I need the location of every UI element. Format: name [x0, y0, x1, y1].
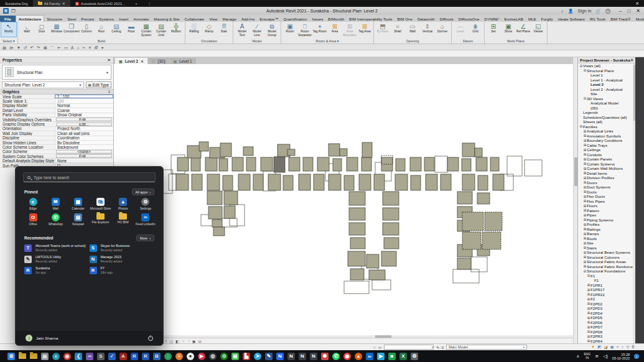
- tool-model-group[interactable]: ⧉Model Group: [264, 22, 279, 37]
- foundation-footing[interactable]: [261, 157, 273, 171]
- tree-item-cable-trays[interactable]: ⊞Cable Trays: [578, 143, 633, 148]
- foundation-footing[interactable]: [410, 157, 421, 171]
- tool-wall[interactable]: ▭Wall: [405, 22, 420, 37]
- writer-app-icon[interactable]: ✎: [265, 353, 273, 360]
- tree-item-level-2[interactable]: Level 2: [578, 82, 633, 87]
- tool-modify[interactable]: ⭦Modify: [1, 22, 16, 37]
- property-value[interactable]: Normal: [55, 104, 113, 108]
- foundation-footing[interactable]: [348, 251, 365, 266]
- foundation-footing[interactable]: [384, 238, 399, 249]
- tray-chevron-icon[interactable]: ∧: [576, 354, 579, 359]
- pinned-app-calendar[interactable]: ▦Calendar: [67, 198, 89, 211]
- ribbon-tab-collaborate[interactable]: Collaborate: [182, 16, 207, 22]
- foundation-footing[interactable]: [490, 157, 499, 171]
- select-links-icon[interactable]: ◩: [597, 345, 601, 350]
- graphics-section-header[interactable]: Graphics ⇕: [0, 89, 113, 95]
- tree-item-duct-systems[interactable]: ⊞Duct Systems: [578, 185, 633, 190]
- foundation-footing[interactable]: [289, 157, 300, 171]
- foundation-footing[interactable]: [223, 175, 233, 190]
- foundation-footing[interactable]: [362, 157, 371, 171]
- foundation-footing[interactable]: [219, 159, 228, 171]
- recommended-item-manage-2023[interactable]: NManage 2023Recently added: [90, 255, 155, 263]
- autocad-icon[interactable]: A: [119, 353, 127, 360]
- tool-model-line[interactable]: ∕Model Line: [250, 22, 264, 37]
- tree-item-f1pr17[interactable]: ⊞F1PR17: [578, 287, 633, 292]
- ribbon-tab-rg-tools[interactable]: RG Tools: [587, 16, 608, 22]
- vertical-scrollbar[interactable]: [573, 64, 577, 343]
- language-indicator[interactable]: ENGIN: [584, 353, 590, 360]
- foundation-footing[interactable]: [317, 157, 329, 171]
- search-icon[interactable]: ⌕: [561, 9, 564, 14]
- tree-item-railings[interactable]: ⊞Railings: [578, 227, 633, 232]
- tool-roof[interactable]: ⌂Roof: [94, 22, 109, 37]
- foundation-footing[interactable]: [177, 157, 189, 171]
- tool-wall[interactable]: ◟Wall: [19, 22, 34, 37]
- tree-item-site[interactable]: ⊞Site: [578, 241, 633, 246]
- foundation-footing[interactable]: [246, 157, 256, 171]
- redo-icon[interactable]: ↷: [37, 45, 40, 50]
- folder-projects-icon[interactable]: [30, 353, 37, 359]
- property-value[interactable]: Edit...: [56, 154, 112, 158]
- tool-column[interactable]: ▯Column: [79, 22, 94, 37]
- foundation-footing[interactable]: [199, 142, 208, 151]
- tree-item-roofs[interactable]: ⊞Roofs: [578, 236, 633, 241]
- foundation-footing[interactable]: [207, 174, 220, 190]
- pinned-app-photos[interactable]: ▲Photos: [112, 198, 134, 211]
- chevron-down-icon[interactable]: ▾: [106, 70, 108, 75]
- ribbon-tab-massing-site[interactable]: Massing & Site: [151, 16, 182, 22]
- foundation-footing[interactable]: [176, 174, 189, 190]
- tree-item-annotation-symbols[interactable]: ⊞Annotation Symbols: [578, 134, 633, 139]
- wifi-icon[interactable]: ≋: [595, 354, 599, 359]
- thin-lines-icon[interactable]: ≡: [89, 45, 91, 50]
- tree-item-structural-fabric-reinforcemen[interactable]: ⊞Structural Fabric Reinforcemen: [578, 264, 633, 269]
- minimize-button[interactable]: ‒: [619, 8, 622, 14]
- recommended-item-microsoft-teams-work-or-school[interactable]: TMicrosoft Teams (work or school)Recentl…: [24, 244, 90, 252]
- ribbon-tab-steel[interactable]: Steel: [65, 16, 78, 22]
- ribbon-tab-issues[interactable]: Issues: [309, 16, 325, 22]
- green-square-app-icon[interactable]: ■: [388, 353, 396, 360]
- tool-railing[interactable]: 𝄛Railing: [187, 22, 202, 37]
- tree-item-flex-pipes[interactable]: ⊞Flex Pipes: [578, 199, 633, 204]
- foundation-footing[interactable]: [340, 149, 347, 156]
- foundation-footing[interactable]: [232, 157, 243, 171]
- tree-item-pattern[interactable]: ⊞Pattern: [578, 208, 633, 213]
- tree-item-f2pd2[interactable]: ⊞F2PD2: [578, 302, 633, 307]
- tool-vertical[interactable]: ⇕Vertical: [420, 22, 435, 37]
- foundation-footing[interactable]: [426, 174, 437, 190]
- foundation-footing[interactable]: [383, 223, 399, 235]
- print-icon[interactable]: 🖶: [43, 45, 47, 50]
- foundation-footing[interactable]: [224, 206, 235, 218]
- ribbon-tab-view[interactable]: View: [207, 16, 220, 22]
- stencil-app-icon[interactable]: S: [97, 353, 105, 360]
- notepadpp-blue-icon[interactable]: N: [276, 353, 284, 360]
- ribbon-tab-bim-one[interactable]: BIM One: [394, 16, 414, 22]
- user-avatar[interactable]: J: [26, 335, 32, 341]
- floor-outline[interactable]: [525, 160, 542, 176]
- tree-item-f1pr1[interactable]: ⊞F1PR1: [578, 283, 633, 288]
- tree-item-structural-columns[interactable]: ⊞Structural Columns: [578, 255, 633, 260]
- tree-item-f2pr3[interactable]: ⊞F2PR3: [578, 334, 633, 339]
- check-app-icon[interactable]: ✓: [108, 353, 116, 360]
- switch-windows-icon[interactable]: 🗗: [95, 45, 99, 50]
- revit-logo-icon[interactable]: R: [3, 8, 9, 14]
- tool-ref-plane[interactable]: ∠Ref Plane: [516, 22, 531, 37]
- pinned-app-edge[interactable]: eEdge: [22, 198, 44, 211]
- editable-only-icon[interactable]: ▭: [378, 345, 382, 350]
- foundation-footing[interactable]: [462, 159, 471, 171]
- tree-item-f2pd6[interactable]: ⊞F2PD6: [578, 320, 633, 325]
- foundation-footing[interactable]: [253, 174, 263, 190]
- tree-item-ceilings[interactable]: ⊞Ceilings: [578, 147, 633, 152]
- pinned-app-ho-bim[interactable]: HO BIM: [112, 213, 134, 226]
- pinned-app-office[interactable]: OOffice: [22, 213, 44, 226]
- foundation-footing[interactable]: [191, 157, 200, 171]
- property-value[interactable]: Coarse: [55, 108, 113, 112]
- filter-warn-icon[interactable]: ▼: [591, 345, 595, 350]
- acrobat-icon[interactable]: ▙: [243, 353, 250, 360]
- customize-icon[interactable]: ▾: [101, 45, 103, 50]
- tree-item-3d-views[interactable]: ⊟3D Views: [578, 96, 633, 101]
- user-name[interactable]: Jatin Sharma: [36, 336, 58, 340]
- tool-model-text[interactable]: AModel Text: [235, 22, 250, 37]
- ribbon-tab-systems[interactable]: Systems: [96, 16, 116, 22]
- tally-app-icon[interactable]: ≡: [175, 353, 183, 360]
- n-app-2-icon[interactable]: N: [299, 353, 306, 360]
